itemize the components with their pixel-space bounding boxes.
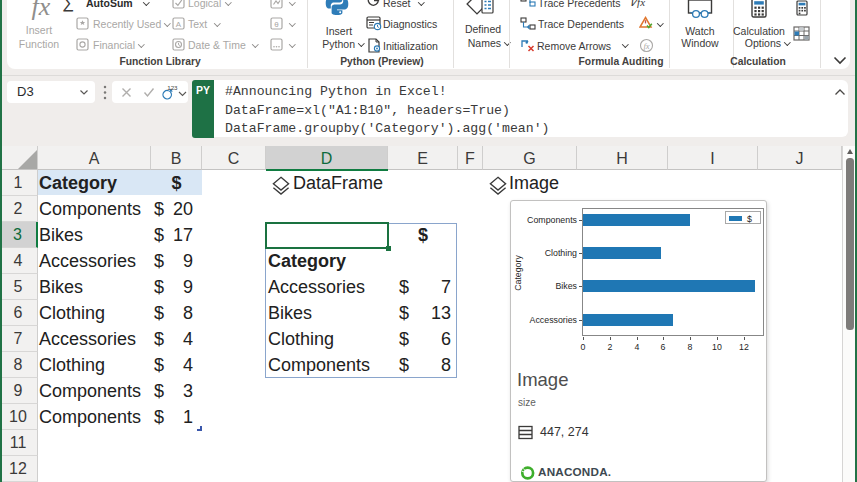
- svg-text:A: A: [176, 20, 182, 29]
- svg-text:fx: fx: [643, 41, 649, 51]
- svg-text:θ: θ: [274, 20, 279, 29]
- svg-text:123: 123: [167, 85, 178, 91]
